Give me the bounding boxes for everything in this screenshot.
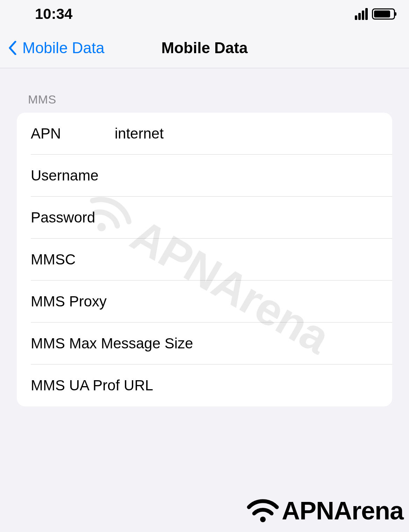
row-mms-ua-prof[interactable]: MMS UA Prof URL [17, 364, 392, 406]
footer-brand-text: APNArena [282, 496, 403, 525]
input-username[interactable] [115, 167, 392, 184]
input-mms-max-size[interactable] [193, 335, 392, 352]
input-apn[interactable] [115, 125, 392, 142]
row-apn[interactable]: APN [17, 113, 392, 155]
label-username: Username [31, 167, 115, 184]
content-area: MMS APN Username Password MMSC MMS Proxy… [0, 68, 409, 406]
navigation-bar: Mobile Data Mobile Data [0, 28, 409, 68]
status-indicators [355, 8, 395, 20]
label-mms-max-size: MMS Max Message Size [31, 335, 193, 352]
row-mms-proxy[interactable]: MMS Proxy [17, 281, 392, 322]
label-apn: APN [31, 125, 115, 142]
label-password: Password [31, 209, 115, 226]
svg-point-1 [260, 517, 266, 522]
input-mms-ua-prof[interactable] [153, 377, 392, 394]
battery-icon [372, 8, 395, 20]
input-mms-proxy[interactable] [115, 293, 392, 310]
row-password[interactable]: Password [17, 197, 392, 239]
status-bar: 10:34 [0, 0, 409, 28]
label-mmsc: MMSC [31, 251, 115, 268]
footer-brand: APNArena [245, 496, 403, 525]
back-button[interactable]: Mobile Data [0, 39, 105, 57]
input-password[interactable] [115, 209, 392, 226]
chevron-left-icon [8, 41, 17, 55]
back-label: Mobile Data [22, 39, 105, 57]
signal-icon [355, 8, 368, 20]
page-title: Mobile Data [162, 39, 248, 57]
row-username[interactable]: Username [17, 155, 392, 197]
row-mms-max-size[interactable]: MMS Max Message Size [17, 322, 392, 364]
status-time: 10:34 [35, 6, 72, 22]
input-mmsc[interactable] [115, 251, 392, 268]
row-mmsc[interactable]: MMSC [17, 239, 392, 281]
settings-group-mms: APN Username Password MMSC MMS Proxy MMS… [17, 113, 392, 406]
section-header-mms: MMS [28, 93, 392, 106]
wifi-icon [245, 497, 280, 525]
label-mms-proxy: MMS Proxy [31, 293, 115, 310]
label-mms-ua-prof: MMS UA Prof URL [31, 377, 153, 394]
